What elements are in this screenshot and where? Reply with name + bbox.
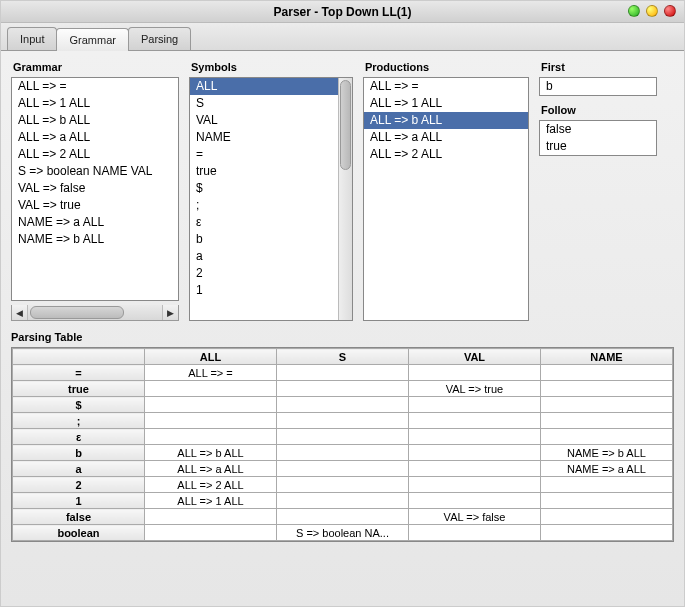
- table-cell[interactable]: [409, 461, 541, 477]
- table-row[interactable]: ε: [13, 429, 673, 445]
- table-row[interactable]: aALL => a ALLNAME => a ALL: [13, 461, 673, 477]
- table-cell[interactable]: NAME => b ALL: [541, 445, 673, 461]
- table-row[interactable]: bALL => b ALLNAME => b ALL: [13, 445, 673, 461]
- table-cell[interactable]: ALL => 2 ALL: [145, 477, 277, 493]
- table-cell[interactable]: [277, 397, 409, 413]
- table-cell[interactable]: [145, 525, 277, 541]
- table-cell[interactable]: [145, 429, 277, 445]
- scroll-left-icon[interactable]: ◀: [12, 305, 28, 320]
- list-item[interactable]: ALL => b ALL: [364, 112, 528, 129]
- list-item[interactable]: VAL: [190, 112, 338, 129]
- table-cell[interactable]: [145, 397, 277, 413]
- list-item[interactable]: ALL => 2 ALL: [364, 146, 528, 163]
- tab-grammar[interactable]: Grammar: [56, 28, 128, 51]
- list-item[interactable]: true: [190, 163, 338, 180]
- grammar-listbox[interactable]: ALL => =ALL => 1 ALLALL => b ALLALL => a…: [11, 77, 179, 301]
- row-header[interactable]: ε: [13, 429, 145, 445]
- table-cell[interactable]: [541, 397, 673, 413]
- grammar-hscroll[interactable]: ◀ ▶: [11, 305, 179, 321]
- list-item[interactable]: NAME => b ALL: [12, 231, 178, 248]
- list-item[interactable]: a: [190, 248, 338, 265]
- symbols-vscroll[interactable]: [338, 78, 352, 320]
- table-cell[interactable]: NAME => a ALL: [541, 461, 673, 477]
- column-header[interactable]: S: [277, 349, 409, 365]
- table-cell[interactable]: [409, 477, 541, 493]
- list-item[interactable]: ALL => a ALL: [364, 129, 528, 146]
- table-cell[interactable]: [541, 509, 673, 525]
- table-cell[interactable]: S => boolean NA...: [277, 525, 409, 541]
- list-item[interactable]: ALL => b ALL: [12, 112, 178, 129]
- table-cell[interactable]: [541, 493, 673, 509]
- table-cell[interactable]: [409, 525, 541, 541]
- table-cell[interactable]: ALL => 1 ALL: [145, 493, 277, 509]
- row-header[interactable]: 2: [13, 477, 145, 493]
- table-row[interactable]: trueVAL => true: [13, 381, 673, 397]
- row-header[interactable]: boolean: [13, 525, 145, 541]
- list-item[interactable]: b: [190, 231, 338, 248]
- list-item[interactable]: VAL => true: [12, 197, 178, 214]
- first-listbox[interactable]: b: [539, 77, 657, 96]
- table-cell[interactable]: [277, 413, 409, 429]
- table-cell[interactable]: [541, 413, 673, 429]
- table-cell[interactable]: [541, 525, 673, 541]
- parsing-table[interactable]: ALLSVALNAME=ALL => =trueVAL => true$;εbA…: [12, 348, 673, 541]
- row-header[interactable]: true: [13, 381, 145, 397]
- table-cell[interactable]: ALL => b ALL: [145, 445, 277, 461]
- table-cell[interactable]: [409, 445, 541, 461]
- table-cell[interactable]: [541, 477, 673, 493]
- list-item[interactable]: ε: [190, 214, 338, 231]
- column-header[interactable]: NAME: [541, 349, 673, 365]
- list-item[interactable]: NAME => a ALL: [12, 214, 178, 231]
- follow-listbox[interactable]: falsetrue: [539, 120, 657, 156]
- row-header[interactable]: 1: [13, 493, 145, 509]
- table-cell[interactable]: [277, 493, 409, 509]
- list-item[interactable]: ALL => 1 ALL: [12, 95, 178, 112]
- list-item[interactable]: b: [540, 78, 656, 95]
- table-cell[interactable]: [541, 429, 673, 445]
- table-cell[interactable]: [277, 365, 409, 381]
- table-cell[interactable]: [409, 397, 541, 413]
- table-row[interactable]: ;: [13, 413, 673, 429]
- close-button[interactable]: [664, 5, 676, 17]
- parsing-table-wrap[interactable]: ALLSVALNAME=ALL => =trueVAL => true$;εbA…: [11, 347, 674, 542]
- column-header[interactable]: VAL: [409, 349, 541, 365]
- table-cell[interactable]: [409, 413, 541, 429]
- table-cell[interactable]: [409, 493, 541, 509]
- table-cell[interactable]: [145, 413, 277, 429]
- table-cell[interactable]: [409, 365, 541, 381]
- tab-parsing[interactable]: Parsing: [128, 27, 191, 50]
- symbols-listbox[interactable]: ALLSVALNAME=true$;εba21: [189, 77, 353, 321]
- list-item[interactable]: ;: [190, 197, 338, 214]
- list-item[interactable]: 2: [190, 265, 338, 282]
- list-item[interactable]: 1: [190, 282, 338, 299]
- list-item[interactable]: ALL => 1 ALL: [364, 95, 528, 112]
- tab-input[interactable]: Input: [7, 27, 57, 50]
- table-cell[interactable]: ALL => =: [145, 365, 277, 381]
- table-cell[interactable]: ALL => a ALL: [145, 461, 277, 477]
- list-item[interactable]: NAME: [190, 129, 338, 146]
- list-item[interactable]: ALL => a ALL: [12, 129, 178, 146]
- list-item[interactable]: =: [190, 146, 338, 163]
- list-item[interactable]: ALL: [190, 78, 338, 95]
- table-row[interactable]: 2ALL => 2 ALL: [13, 477, 673, 493]
- table-cell[interactable]: [409, 429, 541, 445]
- table-cell[interactable]: [277, 429, 409, 445]
- zoom-button[interactable]: [646, 5, 658, 17]
- minimize-button[interactable]: [628, 5, 640, 17]
- scroll-thumb[interactable]: [30, 306, 124, 319]
- list-item[interactable]: true: [540, 138, 656, 155]
- scroll-thumb[interactable]: [340, 80, 351, 170]
- table-cell[interactable]: VAL => true: [409, 381, 541, 397]
- row-header[interactable]: b: [13, 445, 145, 461]
- table-row[interactable]: =ALL => =: [13, 365, 673, 381]
- row-header[interactable]: $: [13, 397, 145, 413]
- row-header[interactable]: a: [13, 461, 145, 477]
- table-cell[interactable]: [541, 365, 673, 381]
- table-row[interactable]: falseVAL => false: [13, 509, 673, 525]
- table-cell[interactable]: [145, 509, 277, 525]
- list-item[interactable]: ALL => 2 ALL: [12, 146, 178, 163]
- list-item[interactable]: VAL => false: [12, 180, 178, 197]
- list-item[interactable]: $: [190, 180, 338, 197]
- table-cell[interactable]: [277, 445, 409, 461]
- list-item[interactable]: false: [540, 121, 656, 138]
